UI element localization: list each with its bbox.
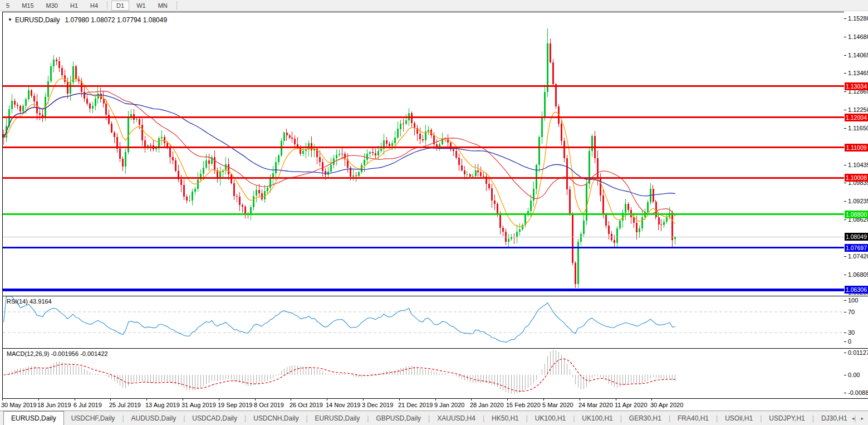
level-price-badge: 1.06306: [845, 286, 868, 294]
main-chart-pane[interactable]: ▼EURUSD,Daily1.07980 1.08072 1.07794 1.0…: [2, 12, 845, 296]
tab-scroll-arrows: ◂▸: [852, 411, 864, 425]
timeframe-button-M15[interactable]: M15: [17, 1, 38, 11]
chart-symbol-label: EURUSD,Daily: [15, 16, 60, 24]
date-tick: [183, 399, 183, 400]
rsi-canvas[interactable]: [3, 296, 844, 348]
date-tick: [38, 399, 39, 400]
date-label: 28 Jan 2020: [470, 402, 504, 408]
date-label: 19 Sep 2019: [218, 402, 252, 408]
chart-tab-EURUSD-Daily[interactable]: EURUSD,Daily: [308, 411, 367, 425]
chart-tab-USDCNH-Daily[interactable]: USDCNH,Daily: [246, 411, 306, 425]
date-tick: [327, 399, 327, 400]
rsi-pane[interactable]: RSI(14) 43.9164: [2, 296, 845, 349]
macd-canvas[interactable]: [3, 349, 844, 398]
date-label: 11 Apr 2020: [615, 402, 648, 408]
date-label: 8 Oct 2019: [254, 402, 284, 408]
level-price-badge: 1.13034: [845, 82, 868, 90]
date-tick: [255, 399, 256, 400]
date-label: 3 Dec 2019: [362, 402, 393, 408]
rsi-name: RSI(14): [7, 298, 28, 305]
timeframe-toolbar: 5M15M30H1H4D1W1MN: [0, 0, 868, 11]
chart-tab-GBPUSD-Daily[interactable]: GBPUSD,Daily: [369, 411, 428, 425]
chart-tab-DJ30-H1[interactable]: DJ30,H1: [814, 411, 855, 425]
toolbar-separator: [107, 1, 107, 9]
chart-tab-EURUSD-Daily[interactable]: EURUSD,Daily: [3, 411, 64, 425]
chart-tab-UK100-H1[interactable]: UK100,H1: [575, 411, 620, 425]
date-tick: [146, 399, 147, 400]
toolbar-separator: [176, 1, 177, 9]
chart-tab-UK100-H1[interactable]: UK100,H1: [528, 411, 573, 425]
date-label: 25 Jul 2019: [109, 402, 141, 408]
date-tick: [399, 399, 400, 400]
date-tick: [580, 399, 580, 400]
chart-tab-FRA40-H1[interactable]: FRA40,H1: [670, 411, 716, 425]
level-price-badge: 1.12004: [845, 114, 868, 121]
chart-title: ▼EURUSD,Daily1.07980 1.08072 1.07794 1.0…: [8, 16, 167, 24]
macd-current-values: -0.001956 -0.001422: [51, 350, 107, 357]
chart-ohlc-values: 1.07980 1.08072 1.07794 1.08049: [65, 16, 168, 24]
macd-name: MACD(12,26,9): [7, 350, 49, 357]
date-tick: [543, 399, 544, 400]
date-label: 18 Jun 2019: [37, 402, 71, 408]
pane-separator[interactable]: [844, 296, 868, 296]
date-label: 5 Mar 2020: [542, 402, 573, 408]
level-price-badge: 1.08800: [845, 211, 868, 218]
date-tick: [75, 399, 75, 400]
rsi-indicator-label: RSI(14) 43.9164: [7, 298, 52, 305]
date-label: 6 Jul 2019: [73, 402, 102, 408]
timeframe-button-W1[interactable]: W1: [131, 1, 151, 11]
rsi-current-value: 43.9164: [30, 298, 52, 305]
date-tick: [219, 399, 219, 400]
date-label: 24 Mar 2020: [578, 402, 613, 408]
date-tick: [651, 399, 652, 400]
timeframe-button-M30[interactable]: M30: [41, 1, 63, 11]
chart-tab-bar: EURUSD,DailyUSDCHF,Daily|AUDUSD,Daily|US…: [0, 411, 868, 425]
timeframe-button-H4[interactable]: H4: [85, 1, 103, 11]
tab-scroll-right-icon[interactable]: ▸: [861, 416, 864, 421]
chart-tab-HK50-H1[interactable]: HK50,H1: [484, 411, 526, 425]
timeframe-button-5[interactable]: 5: [1, 1, 14, 11]
chart-tab-USDJPY-H1[interactable]: USDJPY,H1: [762, 411, 812, 425]
date-label: 14 Nov 2019: [326, 402, 360, 408]
date-tick: [110, 399, 111, 400]
timeframe-button-D1[interactable]: D1: [111, 1, 129, 11]
date-tick: [435, 399, 436, 400]
date-tick: [2, 399, 3, 400]
date-label: 13 Aug 2019: [145, 402, 180, 408]
level-price-badge: 1.11009: [845, 144, 868, 152]
date-tick: [291, 399, 291, 400]
chart-tab-GER30-H1[interactable]: GER30,H1: [622, 411, 669, 425]
date-tick: [363, 399, 364, 400]
date-label: 15 Feb 2020: [506, 402, 541, 408]
date-label: 30 May 2019: [1, 402, 37, 408]
candlestick-canvas[interactable]: [3, 12, 844, 296]
date-label: 30 Apr 2020: [650, 402, 683, 408]
chart-tab-AUDUSD-Daily[interactable]: AUDUSD,Daily: [124, 411, 184, 425]
chart-dropdown-icon[interactable]: ▼: [8, 17, 12, 22]
chart-tab-USOil-H1[interactable]: USOil,H1: [718, 411, 760, 425]
pane-separator[interactable]: [844, 348, 868, 349]
level-price-badge: 1.07697: [845, 244, 868, 252]
macd-pane[interactable]: MACD(12,26,9) -0.001956 -0.001422: [2, 348, 845, 399]
chart-tab-USDCHF-Daily[interactable]: USDCHF,Daily: [64, 411, 122, 425]
date-tick: [616, 399, 616, 400]
level-price-badge: 1.10008: [845, 174, 868, 182]
current-price-badge: 1.08049: [845, 233, 868, 241]
date-tick: [471, 399, 472, 400]
timeframe-button-H1[interactable]: H1: [65, 1, 83, 11]
timeframe-button-MN[interactable]: MN: [153, 1, 173, 11]
date-label: 9 Jan 2020: [434, 402, 464, 408]
date-label: 31 Aug 2019: [182, 402, 216, 408]
date-label: 26 Oct 2019: [290, 402, 323, 408]
macd-indicator-label: MACD(12,26,9) -0.001956 -0.001422: [7, 350, 108, 357]
tab-scroll-left-icon[interactable]: ◂: [852, 416, 855, 421]
date-label: 21 Dec 2019: [398, 402, 433, 408]
price-scale[interactable]: 1.152801.146801.140651.134651.128651.122…: [844, 12, 868, 411]
chart-tab-USDCAD-Daily[interactable]: USDCAD,Daily: [185, 411, 244, 425]
time-axis[interactable]: 30 May 201918 Jun 20196 Jul 201925 Jul 2…: [0, 399, 868, 411]
chart-tab-XAUUSD-H4[interactable]: XAUUSD,H4: [430, 411, 483, 425]
date-tick: [507, 399, 508, 400]
